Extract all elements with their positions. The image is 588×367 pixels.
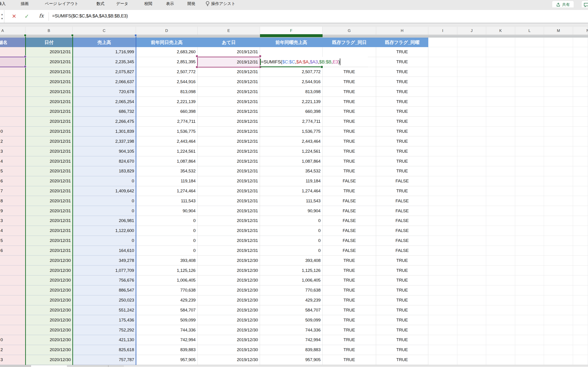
cell[interactable] xyxy=(428,285,457,295)
cell[interactable]: 2020/12/31 xyxy=(26,206,73,216)
cell[interactable]: 720,678 xyxy=(73,87,136,97)
cell[interactable] xyxy=(428,216,457,226)
cell[interactable] xyxy=(457,47,486,57)
cell[interactable]: TRUE xyxy=(323,285,376,295)
cell[interactable]: TRUE xyxy=(323,87,376,97)
cell[interactable]: 742,994 xyxy=(260,335,323,345)
sheet-tab-segment[interactable] xyxy=(67,365,108,367)
ref-handle-green[interactable] xyxy=(71,34,73,36)
cell[interactable] xyxy=(515,226,544,236)
cell[interactable]: FALSE xyxy=(323,216,376,226)
cell[interactable]: 2,507,772 xyxy=(136,67,198,77)
cell[interactable]: 584,707 xyxy=(136,305,198,315)
cell[interactable]: 2020/12/30 xyxy=(26,325,73,335)
cell[interactable] xyxy=(573,77,588,87)
cell[interactable] xyxy=(515,176,544,186)
cell[interactable] xyxy=(515,246,544,256)
cell[interactable] xyxy=(0,256,26,266)
cell[interactable]: TRUE xyxy=(323,186,376,196)
cell[interactable] xyxy=(486,196,515,206)
cell[interactable]: 509,099 xyxy=(260,315,323,325)
cell[interactable]: 8 xyxy=(0,196,26,206)
cell[interactable] xyxy=(515,256,544,266)
cell[interactable]: 770,638 xyxy=(260,285,323,295)
worksheet-grid[interactable]: 店舗名日付売上高前年同日売上高あて日前年同曜売上高既存フラグ_同日既存フラグ_同… xyxy=(0,38,588,365)
cell[interactable] xyxy=(486,117,515,127)
cell[interactable]: TRUE xyxy=(376,285,428,295)
cell[interactable] xyxy=(544,216,573,226)
cell[interactable] xyxy=(0,47,26,57)
cell[interactable] xyxy=(486,186,515,196)
cell[interactable] xyxy=(457,305,486,315)
cell[interactable]: FALSE xyxy=(376,226,428,236)
cell[interactable]: TRUE xyxy=(323,127,376,137)
cell[interactable] xyxy=(486,266,515,275)
cell[interactable]: 756,676 xyxy=(73,275,136,285)
cell[interactable] xyxy=(515,325,544,335)
cell[interactable]: TRUE xyxy=(376,117,428,127)
cell[interactable]: 2020/12/30 xyxy=(26,256,73,266)
cell[interactable]: TRUE xyxy=(376,355,428,365)
cell[interactable]: FALSE xyxy=(376,196,428,206)
cell[interactable]: 2020/12/31 xyxy=(26,47,73,57)
cell[interactable] xyxy=(428,156,457,166)
cell[interactable]: TRUE xyxy=(323,315,376,325)
cell[interactable]: FALSE xyxy=(376,206,428,216)
cell[interactable]: TRUE xyxy=(376,315,428,325)
cell[interactable] xyxy=(0,325,26,335)
cell[interactable]: 2020/12/31 xyxy=(26,156,73,166)
cell[interactable] xyxy=(486,87,515,97)
cell[interactable]: TRUE xyxy=(323,325,376,335)
menu-item-4[interactable]: 数式 xyxy=(96,0,104,8)
cell[interactable] xyxy=(457,335,486,345)
cell[interactable]: 2019/12/30 xyxy=(198,315,260,325)
cell[interactable]: TRUE xyxy=(376,127,428,137)
cell[interactable]: TRUE xyxy=(376,275,428,285)
cell[interactable] xyxy=(428,236,457,246)
cell[interactable] xyxy=(515,305,544,315)
cell[interactable]: 2,221,139 xyxy=(136,97,198,107)
cell[interactable] xyxy=(457,97,486,107)
cell[interactable] xyxy=(486,305,515,315)
menu-item-6[interactable]: 校閲 xyxy=(144,0,152,8)
cell[interactable]: 1,716,999 xyxy=(73,47,136,57)
cell[interactable] xyxy=(515,335,544,345)
ref-handle-purple[interactable] xyxy=(24,66,26,68)
ref-handle-green[interactable] xyxy=(24,34,26,36)
cell[interactable]: 429,239 xyxy=(260,295,323,305)
cell[interactable] xyxy=(573,136,588,146)
cell[interactable] xyxy=(486,47,515,57)
cell[interactable] xyxy=(457,295,486,305)
cell[interactable] xyxy=(486,38,515,47)
edit-cell-handle[interactable] xyxy=(320,66,323,68)
cell[interactable] xyxy=(573,256,588,266)
cell[interactable] xyxy=(428,117,457,127)
cell[interactable] xyxy=(515,47,544,57)
cell[interactable]: FALSE xyxy=(323,196,376,206)
cell[interactable]: 393,408 xyxy=(260,256,323,266)
sheet-tab-segment[interactable] xyxy=(0,365,31,367)
cell[interactable]: 0 xyxy=(136,236,198,246)
cell[interactable] xyxy=(428,38,457,47)
cell[interactable]: TRUE xyxy=(376,146,428,156)
cell[interactable]: 886,547 xyxy=(73,285,136,295)
cell[interactable]: 757,787 xyxy=(73,355,136,365)
cell[interactable]: FALSE xyxy=(376,246,428,256)
column-header-D[interactable]: D xyxy=(136,27,198,35)
cell[interactable]: TRUE xyxy=(376,57,428,67)
cell[interactable] xyxy=(573,285,588,295)
column-header-M[interactable]: M xyxy=(544,27,573,35)
cell[interactable]: 0 xyxy=(260,236,323,246)
cell[interactable] xyxy=(0,305,26,315)
cell[interactable]: TRUE xyxy=(376,186,428,196)
cell[interactable] xyxy=(573,97,588,107)
cell[interactable]: 2,683,260 xyxy=(136,47,198,57)
cell[interactable] xyxy=(486,335,515,345)
cell[interactable] xyxy=(486,156,515,166)
formula-bar-input[interactable]: =SUMIFS($C:$C,$A:$A,$A3,$B:$B,E3) xyxy=(52,13,128,19)
cell[interactable] xyxy=(573,266,588,275)
cell[interactable] xyxy=(515,57,544,67)
cell[interactable]: TRUE xyxy=(376,295,428,305)
cell[interactable]: 2019/12/31 xyxy=(198,216,260,226)
cell[interactable]: 7 xyxy=(0,186,26,196)
